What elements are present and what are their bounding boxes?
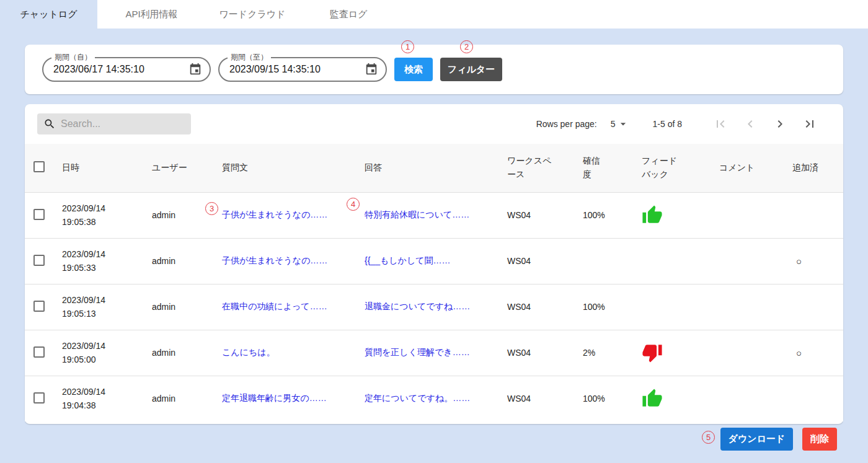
question-link[interactable]: 子供が生まれそうなの…… [222,209,327,219]
table-search-box[interactable] [37,113,191,134]
cell-added [792,376,843,421]
answer-link[interactable]: 質問を正しく理解でき…… [365,347,470,357]
date-from-field[interactable]: 期間（自） 2023/06/17 14:35:10 [42,57,211,82]
cell-confidence: 100% [583,284,642,330]
row-checkbox[interactable] [33,209,45,220]
row-checkbox[interactable] [33,301,45,312]
table-row: 2023/09/14 19:05:33 admin 子供が生まれそうなの…… {… [25,238,843,284]
cell-datetime: 2023/09/14 19:05:38 [62,192,152,238]
cell-user: admin [152,284,222,330]
column-header-confidence: 確信度 [583,154,604,181]
next-page-icon[interactable] [773,117,787,131]
cell-datetime: 2023/09/14 19:05:00 [62,330,152,376]
column-header-answer: 回答 [365,161,382,175]
cell-workspace: WS04 [507,330,583,376]
cell-date: 2023/09/14 [62,339,152,353]
cell-comment [719,330,792,376]
question-link[interactable]: 在職中の功績によって…… [222,301,327,311]
date-to-field[interactable]: 期間（至） 2023/09/15 14:35:10 [218,57,387,82]
last-page-icon[interactable] [802,117,817,131]
tab-chat-log[interactable]: チャットログ [0,0,97,29]
delete-button[interactable]: 削除 [802,428,837,451]
column-header-comment: コメント [719,161,755,175]
answer-link[interactable]: 退職金についてですね…… [365,301,470,311]
first-page-icon[interactable] [713,117,728,131]
cell-user: admin [152,238,222,284]
column-header-feedback: フィードバック [642,154,680,181]
annotation-5: 5 [702,431,715,444]
cell-added [792,284,843,330]
column-header-added: 追加済 [792,161,818,175]
cell-feedback [642,376,719,421]
search-button[interactable]: 検索 [394,58,433,81]
dropdown-arrow-icon [617,118,629,130]
date-from-value: 2023/06/17 14:35:10 [53,64,144,75]
download-button[interactable]: ダウンロード [720,428,793,451]
table-row: 2023/09/14 19:05:38 admin 子供が生まれそうなの…… 特… [25,192,843,238]
answer-link[interactable]: 定年についてですね。…… [365,393,470,403]
column-header-workspace: ワークスペース [507,154,554,181]
cell-time: 19:05:13 [62,307,152,320]
search-input[interactable] [61,118,189,130]
rows-per-page-label: Rows per page: [536,119,597,129]
annotation-4: 4 [347,198,360,211]
cell-time: 19:04:38 [62,399,152,412]
rows-per-page-value: 5 [611,119,616,129]
cell-comment [719,238,792,284]
row-checkbox[interactable] [33,346,45,358]
cell-date: 2023/09/14 [62,293,152,307]
table-body: 2023/09/14 19:05:38 admin 子供が生まれそうなの…… 特… [25,192,843,421]
column-header-datetime: 日時 [62,161,79,175]
cell-added: ○ [792,238,843,284]
annotation-2: 2 [460,40,473,53]
date-filter-panel: 期間（自） 2023/06/17 14:35:10 期間（至） 2023/09/… [25,45,843,94]
thumbs-up-icon [642,388,663,409]
question-link[interactable]: こんにちは。 [222,347,275,357]
filter-button[interactable]: フィルター [440,58,502,81]
question-link[interactable]: 子供が生まれそうなの…… [222,255,327,265]
table-header-row: 日時 ユーザー 質問文 回答 ワークスペース 確信度 フィードバック コメント … [25,144,843,192]
calendar-icon[interactable] [365,63,378,76]
cell-time: 19:05:38 [62,215,152,229]
cell-time: 19:05:00 [62,353,152,366]
cell-datetime: 2023/09/14 19:04:38 [62,376,152,421]
table-toolbar: Rows per page: 5 1-5 of 8 [25,104,843,144]
date-from-label: 期間（自） [51,53,95,61]
cell-feedback [642,284,719,330]
tab-audit-log-label: 監査ログ [330,9,368,20]
tab-word-cloud[interactable]: ワードクラウド [206,0,299,29]
thumbs-down-icon [642,342,663,363]
answer-link[interactable]: {{__もしかして聞…… [365,255,451,265]
tab-audit-log[interactable]: 監査ログ [299,0,398,29]
cell-user: admin [152,330,222,376]
cell-workspace: WS04 [507,376,583,421]
question-link[interactable]: 定年退職年齢に男女の…… [222,393,327,403]
tab-api-usage[interactable]: API利用情報 [97,0,206,29]
cell-added [792,192,843,238]
cell-feedback [642,192,719,238]
cell-confidence [583,238,642,284]
cell-date: 2023/09/14 [62,247,152,261]
pagination-controls: Rows per page: 5 1-5 of 8 [536,117,817,131]
cell-confidence: 100% [583,192,642,238]
tab-chat-log-label: チャットログ [20,9,77,20]
cell-date: 2023/09/14 [62,201,152,215]
row-checkbox[interactable] [33,392,45,403]
tab-api-usage-label: API利用情報 [125,9,177,20]
row-checkbox[interactable] [33,255,45,266]
cell-time: 19:05:33 [62,261,152,275]
date-to-value: 2023/09/15 14:35:10 [229,64,321,75]
select-all-checkbox[interactable] [33,161,45,172]
cell-comment [719,284,792,330]
cell-added: ○ [792,330,843,376]
answer-link[interactable]: 特別有給休暇について…… [365,209,469,219]
calendar-icon[interactable] [188,63,202,76]
cell-confidence: 100% [583,376,642,421]
prev-page-icon[interactable] [743,117,758,131]
cell-datetime: 2023/09/14 19:05:13 [62,284,152,330]
thumbs-up-icon [642,205,663,226]
rows-per-page-select[interactable]: 5 [611,118,629,130]
table-row: 2023/09/14 19:04:38 admin 定年退職年齢に男女の…… 定… [25,376,843,421]
cell-confidence: 2% [583,330,642,376]
cell-comment [719,192,792,238]
